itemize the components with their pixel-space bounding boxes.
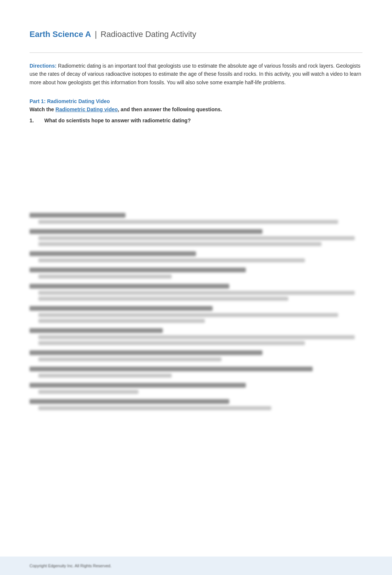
activity-title: Radioactive Dating Activity	[100, 30, 196, 39]
watch-prefix: Watch the	[30, 106, 55, 112]
watch-instruction: Watch the Radiometric Dating video, and …	[30, 106, 362, 112]
watch-suffix: , and then answer the following question…	[118, 106, 222, 112]
answer-space-1	[30, 128, 362, 202]
question-item-1: 1. What do scientists hope to answer wit…	[30, 118, 362, 123]
title-divider: |	[95, 30, 97, 39]
question-list: 1. What do scientists hope to answer wit…	[30, 118, 362, 123]
blurred-questions-section	[30, 209, 362, 419]
footer-bar: Copyright Edgenuity Inc. All Rights Rese…	[0, 557, 392, 575]
footer-text: Copyright Edgenuity Inc. All Rights Rese…	[30, 564, 111, 568]
header-section: Earth Science A | Radioactive Dating Act…	[30, 30, 362, 53]
question-text-1: What do scientists hope to answer with r…	[44, 118, 191, 123]
course-title: Earth Science A	[30, 30, 91, 39]
video-link[interactable]: Radiometric Dating video	[55, 106, 118, 112]
page-container: Earth Science A | Radioactive Dating Act…	[0, 0, 392, 434]
directions-section: Directions: Radiometric dating is an imp…	[30, 62, 362, 86]
question-number-1: 1.	[30, 118, 44, 123]
directions-body: Radiometric dating is an important tool …	[30, 63, 361, 85]
title-row: Earth Science A | Radioactive Dating Act…	[30, 30, 362, 42]
directions-paragraph: Directions: Radiometric dating is an imp…	[30, 62, 362, 86]
directions-label: Directions:	[30, 63, 56, 69]
part1-heading: Part 1: Radiometric Dating Video	[30, 98, 362, 104]
part1-section: Part 1: Radiometric Dating Video Watch t…	[30, 98, 362, 202]
title-rule	[30, 52, 362, 53]
